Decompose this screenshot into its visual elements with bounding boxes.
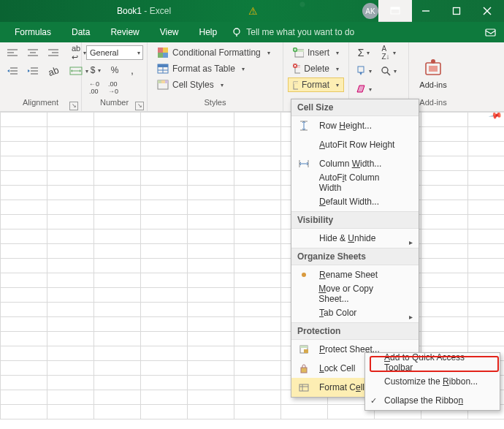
- svg-rect-1: [391, 7, 400, 10]
- context-qat-label: Add to Quick Access Toolbar: [384, 352, 484, 373]
- menu-autofit-row-height[interactable]: AutoFit Row Height: [291, 135, 419, 154]
- insert-cells-button[interactable]: Insert: [288, 45, 344, 60]
- find-icon: [381, 66, 391, 76]
- tab-data[interactable]: Data: [61, 22, 100, 42]
- rename-sheet-icon: [297, 268, 310, 281]
- increase-indent-button[interactable]: [25, 64, 41, 78]
- menu-tab-color[interactable]: Tab Color: [291, 303, 419, 322]
- svg-point-55: [431, 59, 435, 64]
- align-right-button[interactable]: [45, 45, 61, 60]
- format-table-label: Format as Table: [172, 64, 235, 74]
- close-button[interactable]: [470, 0, 504, 22]
- insert-label: Insert: [308, 48, 329, 58]
- decrease-indent-button[interactable]: [4, 64, 20, 78]
- tab-view[interactable]: View: [150, 22, 189, 42]
- minimize-icon: [421, 7, 430, 15]
- wrap-icon: ab↩: [72, 44, 80, 62]
- svg-rect-50: [358, 67, 364, 72]
- format-as-table-button[interactable]: Format as Table: [152, 61, 278, 76]
- title-bar: Book1 - Excel ⚠ AK: [0, 0, 504, 22]
- svg-rect-26: [158, 48, 163, 53]
- user-avatar[interactable]: AK: [362, 3, 378, 19]
- menu-rename-sheet[interactable]: Rename Sheet: [291, 265, 419, 284]
- svg-rect-65: [301, 368, 307, 373]
- find-select-button[interactable]: [378, 64, 399, 78]
- format-table-icon: [157, 64, 169, 74]
- eraser-icon: [356, 84, 366, 94]
- share-button[interactable]: [485, 27, 497, 37]
- menu-rename-label: Rename Sheet: [319, 270, 378, 280]
- comma-style-button[interactable]: ,: [124, 63, 140, 77]
- orientation-icon: ab: [47, 64, 61, 77]
- menu-hide-unhide[interactable]: Hide & Unhide: [291, 229, 419, 248]
- fill-button[interactable]: [354, 64, 374, 78]
- fill-down-icon: [356, 66, 366, 76]
- ribbon-context-menu: Add to Quick Access Toolbar Customize th…: [364, 352, 500, 411]
- svg-rect-66: [299, 384, 308, 391]
- column-width-icon: [297, 157, 310, 170]
- accounting-format-button[interactable]: $: [86, 63, 105, 77]
- context-customize-ribbon[interactable]: Customize the Ribbon...: [365, 372, 500, 391]
- currency-icon: $: [91, 65, 96, 75]
- sort-filter-button[interactable]: AZ↓: [378, 45, 399, 60]
- svg-rect-37: [165, 80, 168, 83]
- tell-me-search[interactable]: Tell me what you want to do: [246, 27, 354, 37]
- maximize-button[interactable]: [440, 0, 473, 22]
- menu-hideunhide-label: Hide & Unhide: [319, 233, 375, 243]
- conditional-formatting-icon: [157, 47, 169, 58]
- format-cells-button[interactable]: Format: [288, 77, 344, 92]
- minimize-button[interactable]: [409, 0, 443, 22]
- menu-default-width[interactable]: Default Width...: [291, 192, 419, 211]
- context-collapse-ribbon[interactable]: ✓ Collapse the Ribbon: [365, 391, 500, 410]
- svg-rect-27: [163, 48, 168, 53]
- delete-cells-button[interactable]: Delete: [288, 61, 344, 76]
- merge-icon: [69, 66, 83, 76]
- protect-sheet-icon: [297, 343, 310, 356]
- alignment-dialog-launcher[interactable]: ↘: [69, 102, 78, 110]
- decrease-decimal-button[interactable]: .00→0: [105, 80, 121, 95]
- tab-review[interactable]: Review: [100, 22, 149, 42]
- menu-row-height[interactable]: Row Height...: [291, 116, 419, 135]
- menu-column-width[interactable]: Column Width...: [291, 154, 419, 173]
- increase-decimal-icon: ←0.00: [89, 80, 99, 95]
- format-label: Format: [302, 80, 329, 90]
- percent-style-button[interactable]: %: [107, 63, 123, 77]
- close-icon: [483, 7, 492, 15]
- cell-styles-button[interactable]: Cell Styles: [152, 77, 278, 92]
- number-dialog-launcher[interactable]: ↘: [135, 102, 144, 110]
- group-number: General▾ $ % , ←0.00 .00→0 Number↘: [82, 42, 148, 111]
- warning-icon: ⚠: [248, 5, 258, 17]
- svg-rect-49: [294, 82, 298, 84]
- autosum-button[interactable]: Σ: [354, 45, 374, 60]
- sort-icon: AZ↓: [381, 45, 389, 61]
- svg-point-6: [234, 29, 240, 34]
- svg-rect-64: [304, 349, 308, 353]
- conditional-formatting-button[interactable]: Conditional Formatting: [152, 45, 278, 60]
- conditional-formatting-label: Conditional Formatting: [172, 48, 261, 58]
- lock-icon: [297, 362, 310, 375]
- addins-button[interactable]: Add-ins: [414, 45, 452, 98]
- svg-rect-3: [454, 8, 460, 15]
- context-add-qat[interactable]: Add to Quick Access Toolbar: [365, 353, 500, 372]
- menu-autofit-column-width[interactable]: AutoFit Column Width: [291, 173, 419, 192]
- delete-label: Delete: [304, 64, 329, 74]
- tab-formulas[interactable]: Formulas: [4, 22, 61, 42]
- menu-section-cellsize: Cell Size: [291, 99, 419, 116]
- ribbon-display-options-button[interactable]: [378, 0, 412, 22]
- increase-decimal-button[interactable]: ←0.00: [86, 80, 102, 95]
- align-left-button[interactable]: [4, 45, 20, 60]
- menu-move-copy-sheet[interactable]: Move or Copy Sheet...: [291, 284, 419, 303]
- group-alignment: ab ab↩ Alignment↘: [0, 42, 82, 111]
- number-format-combo[interactable]: General▾: [86, 45, 143, 60]
- format-cells-icon: [293, 80, 298, 90]
- orientation-button[interactable]: ab: [45, 64, 61, 78]
- menu-row-height-label: Row Height...: [319, 121, 372, 131]
- align-center-icon: [27, 48, 39, 57]
- clear-button[interactable]: [354, 82, 374, 96]
- menu-autofitrow-label: AutoFit Row Height: [319, 140, 394, 150]
- svg-point-51: [382, 67, 388, 73]
- align-center-button[interactable]: [25, 45, 41, 60]
- cell-styles-icon: [157, 80, 169, 90]
- context-collapse-label: Collapse the Ribbon: [384, 395, 463, 406]
- tab-help[interactable]: Help: [189, 22, 228, 42]
